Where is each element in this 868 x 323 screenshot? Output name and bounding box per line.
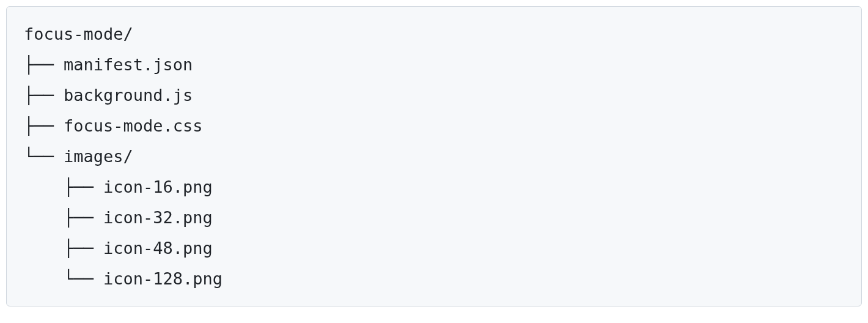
tree-line-file: ├── icon-32.png [24, 202, 844, 233]
tree-line-file: ├── icon-48.png [24, 233, 844, 264]
tree-line-folder: └── images/ [24, 141, 844, 172]
tree-line-file: ├── background.js [24, 80, 844, 111]
tree-line-root: focus-mode/ [24, 19, 844, 50]
tree-line-file: ├── focus-mode.css [24, 111, 844, 141]
tree-line-file: └── icon-128.png [24, 264, 844, 294]
file-tree-block: focus-mode/├── manifest.json├── backgrou… [6, 6, 862, 306]
tree-line-file: ├── manifest.json [24, 50, 844, 80]
tree-line-file: ├── icon-16.png [24, 172, 844, 202]
